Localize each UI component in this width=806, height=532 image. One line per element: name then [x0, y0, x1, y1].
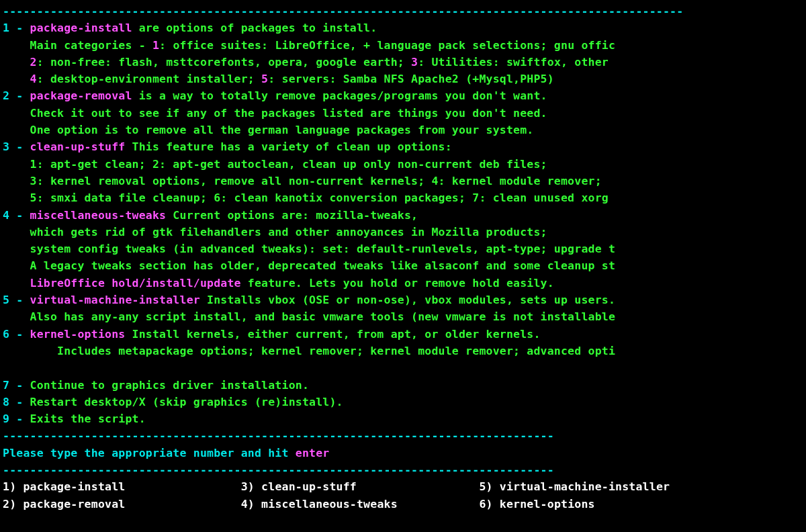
indent — [3, 124, 30, 136]
options-row-1-opt-a-num[interactable]: 1) — [3, 480, 23, 493]
menu-desc-text: 1 — [152, 39, 159, 52]
indent — [3, 242, 30, 255]
menu-desc-text: A legacy tweaks section has older, depre… — [30, 259, 616, 272]
indent — [3, 107, 30, 120]
indent — [3, 310, 30, 323]
menu-desc-text: 4 — [30, 73, 37, 85]
indent — [3, 226, 30, 238]
menu-number-8: 8 — [3, 396, 9, 408]
menu-number-5: 5 — [3, 294, 9, 306]
menu-desc-text: feature. Lets you hold or remove hold ea… — [241, 277, 554, 290]
menu-title-suffix-3: This feature has a variety of clean up o… — [125, 140, 451, 153]
menu-desc-text: : office suites: LibreOffice, + language… — [159, 39, 615, 52]
options-row-2-opt-c-num[interactable]: 6) — [479, 498, 499, 511]
menu-desc-text: : servers: Samba NFS Apache2 (+Mysql,PHP… — [268, 73, 554, 85]
menu-dash: - — [9, 140, 30, 153]
indent — [3, 259, 30, 272]
terminal-output: ----------------------------------------… — [0, 0, 806, 513]
prompt-key: enter — [296, 447, 330, 459]
menu-number-4: 4 — [3, 209, 9, 222]
menu-number-1: 1 — [3, 21, 9, 34]
menu-dash: - — [9, 209, 30, 222]
indent — [3, 56, 30, 69]
options-row-1-opt-a-text[interactable]: package-install — [23, 480, 240, 493]
menu-number-7: 7 — [3, 379, 9, 392]
menu-desc-text: which gets rid of gtk filehandlers and o… — [30, 226, 547, 238]
menu-dash: - — [9, 396, 30, 408]
menu-title-suffix-4: Current options are: mozilla-tweaks, — [166, 209, 418, 222]
divider-top: ----------------------------------------… — [3, 5, 683, 17]
menu-text-7: Continue to graphics driver installation… — [30, 379, 310, 392]
options-row-1-opt-c-num[interactable]: 5) — [479, 480, 499, 493]
menu-number-3: 3 — [3, 140, 9, 153]
options-row-2-opt-a-text[interactable]: package-removal — [23, 498, 240, 511]
menu-title-5: virtual-machine-installer — [30, 294, 200, 306]
menu-desc-text: : Utilities: swiftfox, other — [418, 56, 609, 69]
options-row-2-opt-a-num[interactable]: 2) — [3, 498, 23, 511]
menu-desc-text: 2 — [30, 56, 37, 69]
menu-desc-text: 5 — [261, 73, 268, 85]
menu-title-suffix-6: Install kernels, either current, from ap… — [125, 328, 540, 341]
menu-title-6: kernel-options — [30, 328, 126, 341]
indent — [3, 158, 30, 171]
menu-dash: - — [9, 379, 30, 392]
menu-desc-text: 5: smxi data file cleanup; 6: clean kano… — [30, 191, 609, 204]
menu-desc-text: 3 — [411, 56, 418, 69]
menu-dash: - — [9, 21, 30, 34]
menu-title-1: package-install — [30, 21, 132, 34]
menu-desc-text: 1: apt-get clean; 2: apt-get autoclean, … — [30, 158, 547, 171]
divider-bottom-2: ----------------------------------------… — [3, 463, 554, 476]
menu-title-3: clean-up-stuff — [30, 140, 126, 153]
menu-dash: - — [9, 294, 30, 306]
menu-desc-text: : desktop-environment installer; — [37, 73, 261, 85]
menu-desc-text: One option is to remove all the german l… — [30, 124, 534, 136]
menu-desc-text: Check it out to see if any of the packag… — [30, 107, 547, 120]
menu-title-suffix-5: Installs vbox (OSE or non-ose), vbox mod… — [200, 294, 615, 306]
options-row-1-opt-c-text[interactable]: virtual-machine-installer — [500, 480, 670, 493]
menu-number-9: 9 — [3, 412, 9, 425]
menu-desc-text: 3: kernel removal options, remove all no… — [30, 175, 602, 187]
prompt-text: Please type the appropriate number and h… — [3, 447, 296, 459]
options-row-1-opt-b-text[interactable]: clean-up-stuff — [261, 480, 479, 493]
menu-desc-text: LibreOffice hold/install/update — [30, 277, 241, 290]
menu-title-4: miscellaneous-tweaks — [30, 209, 167, 222]
options-row-2-opt-c-text[interactable]: kernel-options — [500, 498, 595, 511]
menu-title-suffix-2: is a way to totally remove packages/prog… — [132, 89, 547, 102]
menu-desc-text: : non-free: flash, msttcorefonts, opera,… — [37, 56, 411, 69]
menu-desc-text: system config tweaks (in advanced tweaks… — [30, 242, 616, 255]
menu-text-8: Restart desktop/X (skip graphics (re)ins… — [30, 396, 343, 408]
menu-dash: - — [9, 412, 30, 425]
indent — [3, 39, 30, 52]
menu-number-6: 6 — [3, 328, 9, 341]
divider-bottom: ----------------------------------------… — [3, 429, 554, 442]
menu-text-9: Exits the script. — [30, 412, 146, 425]
indent — [3, 175, 30, 187]
options-row-2-opt-b-text[interactable]: miscellaneous-tweaks — [261, 498, 479, 511]
indent — [3, 73, 30, 85]
menu-title-2: package-removal — [30, 89, 132, 102]
menu-desc-text: Also has any-any script install, and bas… — [30, 310, 616, 323]
options-row-1-opt-b-num[interactable]: 3) — [241, 480, 261, 493]
options-row-2-opt-b-num[interactable]: 4) — [241, 498, 261, 511]
indent — [3, 345, 30, 357]
indent — [3, 277, 30, 290]
menu-dash: - — [9, 328, 30, 341]
menu-dash: - — [9, 89, 30, 102]
menu-desc-text: Main categories - — [30, 39, 152, 52]
menu-title-suffix-1: are options of packages to install. — [132, 21, 377, 34]
menu-desc-text: Includes metapackage options; kernel rem… — [30, 345, 616, 357]
indent — [3, 191, 30, 204]
menu-number-2: 2 — [3, 89, 9, 102]
